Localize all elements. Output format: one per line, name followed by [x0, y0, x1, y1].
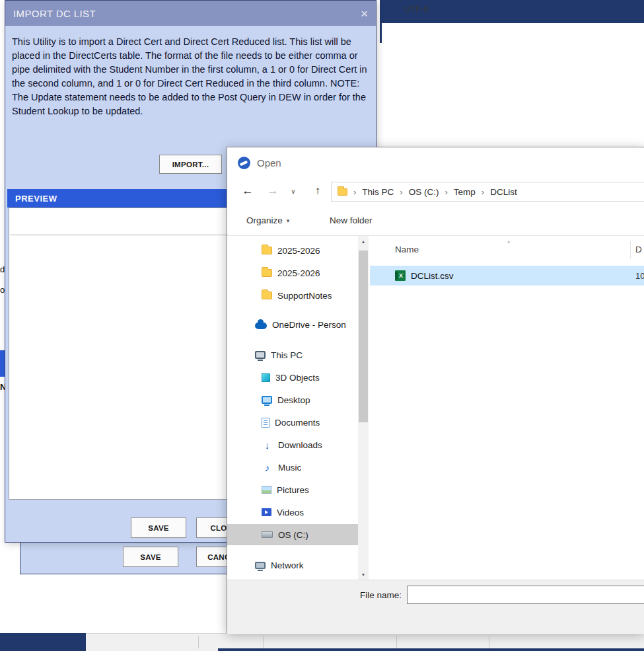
edge-highlight-fragment	[0, 350, 5, 377]
desktop-monitor-icon	[262, 396, 272, 404]
chevron-right-icon: ›	[400, 187, 402, 197]
screen: d o N Ln 15, Col 44 100% Windows (CRLF) …	[0, 0, 644, 651]
column-divider[interactable]	[630, 241, 631, 258]
breadcrumb-os-c[interactable]: OS (C:)	[409, 187, 439, 197]
folder-icon	[338, 188, 347, 196]
status-encoding: UTF-8	[404, 0, 429, 18]
folder-icon	[262, 291, 272, 299]
scroll-down-icon[interactable]: ▼	[358, 569, 369, 580]
sidebar-item-label: Documents	[275, 418, 320, 428]
folder-icon	[262, 247, 272, 254]
address-bar[interactable]: › This PC › OS (C:) › Temp › DCList	[331, 182, 644, 202]
file-date-modified: 10	[635, 271, 644, 281]
organize-menu-button[interactable]: Organize ▾	[246, 206, 289, 235]
picture-icon	[262, 486, 271, 494]
file-name: DCList.csv	[411, 271, 454, 281]
computer-monitor-icon	[255, 351, 266, 359]
sidebar-item-documents[interactable]: Documents	[227, 412, 358, 433]
sidebar-item-2025-2026[interactable]: 2025-2026	[227, 262, 358, 284]
organize-label: Organize	[246, 215, 283, 225]
sidebar-item-label: Videos	[277, 508, 304, 517]
sidebar-item-label: Music	[278, 463, 301, 473]
file-row-dclist-csv[interactable]: DCList.csv 10	[370, 266, 644, 286]
sort-ascending-icon: ^	[507, 240, 510, 247]
status-separator	[263, 636, 264, 648]
sidebar-item-label: OneDrive - Person	[272, 320, 346, 330]
sidebar-item-onedrive[interactable]: OneDrive - Person	[227, 314, 358, 335]
open-dialog-titlebar[interactable]: Open	[227, 147, 644, 178]
sidebar-item-2025-2026[interactable]: 2025-2026	[227, 240, 358, 261]
chevron-right-icon: ›	[353, 187, 356, 197]
sidebar-item-os-c[interactable]: OS (C:)	[227, 524, 358, 545]
scrollbar-thumb[interactable]	[359, 250, 368, 422]
sidebar-item-label: 2025-2026	[277, 268, 320, 278]
sidebar-item-pictures[interactable]: Pictures	[227, 479, 358, 500]
file-name-input[interactable]	[407, 586, 644, 604]
preview-header-label: PREVIEW	[15, 194, 57, 204]
sidebar-item-label: 3D Objects	[275, 373, 320, 383]
sidebar-item-label: Pictures	[277, 485, 309, 495]
dialog-title: IMPORT DC LIST	[13, 8, 96, 19]
sidebar-item-label: Downloads	[278, 440, 322, 450]
sidebar-item-3d-objects[interactable]: 3D Objects	[227, 367, 358, 388]
dialog-titlebar[interactable]: IMPORT DC LIST ×	[5, 1, 376, 26]
sidebar-item-label: This PC	[271, 350, 303, 360]
toolbar-divider	[227, 235, 644, 236]
sidebar-item-label: SupportNotes	[277, 291, 332, 301]
download-arrow-icon: ↓	[262, 440, 273, 451]
breadcrumb-this-pc[interactable]: This PC	[362, 187, 394, 197]
open-dialog-app-icon	[238, 157, 250, 169]
breadcrumb-temp[interactable]: Temp	[454, 187, 476, 197]
onedrive-cloud-icon	[255, 323, 267, 329]
save-button[interactable]: SAVE	[123, 547, 178, 567]
background-window-corner	[0, 633, 86, 651]
file-list-header: Name ^ D	[370, 239, 644, 259]
sidebar-item-network[interactable]: Network	[227, 555, 358, 576]
background-window-border	[380, 0, 382, 43]
sidebar-item-downloads[interactable]: ↓ Downloads	[227, 434, 358, 455]
up-one-level-icon[interactable]: ↑	[309, 178, 326, 204]
document-icon	[262, 418, 269, 428]
new-folder-button[interactable]: New folder	[330, 206, 373, 235]
3d-cube-icon	[262, 373, 270, 382]
sidebar-item-this-pc[interactable]: This PC	[227, 344, 358, 365]
file-name-label: File name:	[353, 586, 402, 604]
import-button[interactable]: IMPORT...	[159, 155, 222, 174]
name-column-header[interactable]: Name	[395, 239, 419, 259]
sidebar-scrollbar[interactable]: ▲ ▼	[358, 236, 369, 580]
new-folder-label: New folder	[330, 215, 373, 225]
disk-drive-icon	[262, 531, 273, 538]
sidebar-item-label: 2025-2026	[277, 246, 320, 256]
status-separator	[396, 636, 397, 648]
chevron-down-icon: ▾	[287, 217, 290, 224]
status-separator	[489, 636, 489, 648]
folder-icon	[262, 269, 272, 277]
back-icon[interactable]: ←	[239, 178, 256, 204]
scroll-up-icon[interactable]: ▲	[358, 236, 369, 247]
open-dialog-footer: File name:	[227, 580, 644, 634]
sidebar-item-label: Network	[271, 560, 304, 570]
chevron-right-icon: ›	[445, 187, 447, 197]
recent-locations-chevron-icon[interactable]: ∨	[288, 178, 299, 204]
sidebar-item-videos[interactable]: Videos	[227, 502, 358, 523]
music-note-icon: ♪	[262, 462, 273, 473]
excel-csv-file-icon	[395, 270, 406, 281]
open-dialog-title: Open	[257, 157, 281, 169]
dialog-description: This Utility is to import a Direct Cert …	[12, 35, 371, 118]
status-separator	[198, 636, 199, 648]
video-icon	[262, 508, 271, 516]
close-icon[interactable]: ×	[361, 7, 368, 20]
sidebar-item-music[interactable]: ♪ Music	[227, 457, 358, 478]
date-column-header[interactable]: D	[635, 239, 642, 259]
sidebar-item-supportnotes[interactable]: SupportNotes	[227, 285, 358, 306]
network-icon	[255, 562, 266, 569]
forward-icon[interactable]: →	[264, 178, 281, 204]
breadcrumb-dclist[interactable]: DCList	[490, 187, 517, 197]
background-window-bottom-edge	[218, 648, 644, 651]
sidebar-item-desktop[interactable]: Desktop	[227, 389, 358, 410]
open-file-dialog: Open ← → ∨ ↑ › This PC › OS (C:) › Temp …	[227, 147, 644, 633]
chevron-right-icon: ›	[482, 187, 484, 197]
save-button[interactable]: SAVE	[131, 517, 186, 538]
sidebar-item-label: OS (C:)	[278, 530, 308, 540]
sidebar-item-label: Desktop	[277, 395, 310, 405]
